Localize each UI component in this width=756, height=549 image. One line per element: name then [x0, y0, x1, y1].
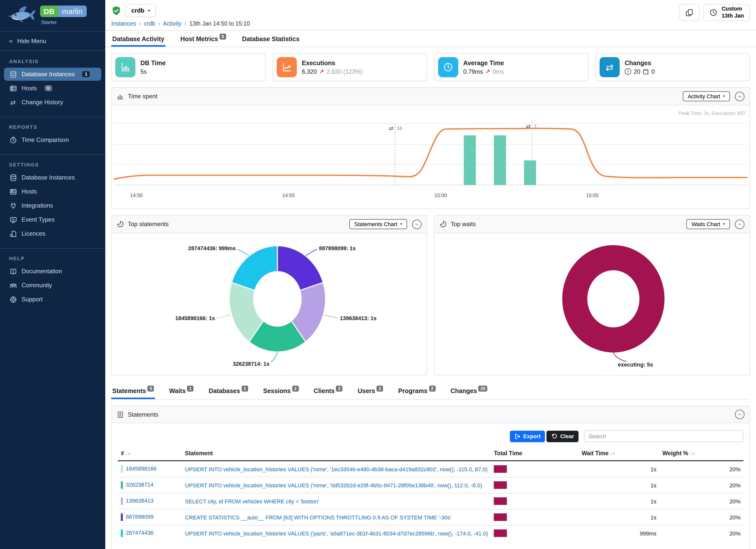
statements-list-icon	[117, 411, 124, 418]
tab-database-statistics[interactable]: Database Statistics	[241, 31, 301, 47]
change-marker-count[interactable]: 16	[397, 126, 402, 131]
count-badge: 1	[242, 386, 248, 392]
time-range-button[interactable]: Custom 13th Jan	[704, 4, 750, 21]
tab-programs[interactable]: Programs2	[397, 386, 436, 399]
detail-tabs: Statements5 Waits1 Databases1 Sessions2 …	[111, 386, 750, 400]
table-row: 326238714 UPSERT INTO vehicle_location_h…	[118, 477, 743, 493]
chart-type-select[interactable]: Waits Chart ▾	[687, 219, 730, 229]
statement-color-chip	[121, 465, 123, 473]
chart-type-select[interactable]: Activity Chart ▾	[683, 91, 730, 101]
donut-slice-287474436[interactable]	[232, 246, 277, 291]
sidebar-item-event-types[interactable]: Event Types	[0, 213, 105, 226]
statement-sql-link[interactable]: CREATE STATISTICS __auto__ FROM [63] WIT…	[185, 514, 451, 520]
sidebar-item-settings-hosts[interactable]: Hosts	[0, 185, 105, 198]
donut-slice-887898099[interactable]	[277, 246, 323, 291]
card-db-time[interactable]: DB Time 5s	[111, 53, 266, 81]
sidebar-item-integrations[interactable]: Integrations	[0, 199, 105, 212]
statement-id-link[interactable]: 887898099	[126, 514, 153, 520]
brand-logo: DB marlin	[40, 5, 86, 17]
sidebar-item-label: Licences	[22, 230, 45, 237]
tab-statements[interactable]: Statements5	[111, 386, 155, 399]
breadcrumb-activity[interactable]: Activity	[163, 21, 181, 27]
count-badge: 2	[429, 386, 435, 392]
time-range-date: 13th Jan	[722, 13, 744, 19]
executions-bar[interactable]	[494, 135, 506, 185]
chart-type-select[interactable]: Statements Chart ▾	[349, 219, 407, 229]
sidebar-item-settings-database-instances[interactable]: Database Instances	[0, 171, 105, 184]
tab-waits[interactable]: Waits1	[168, 386, 195, 399]
hide-menu-button[interactable]: « Hide Menu	[0, 32, 105, 51]
statement-sql-link[interactable]: SELECT city, id FROM vehicles WHERE city…	[185, 498, 319, 504]
card-title: Executions	[302, 59, 363, 66]
sidebar-item-database-instances[interactable]: Database Instances 1	[4, 68, 101, 81]
calendar-icon	[643, 68, 649, 74]
sidebar-item-change-history[interactable]: ⇄ Change History	[0, 96, 105, 109]
clear-button[interactable]: Clear	[547, 430, 579, 442]
sidebar-item-community[interactable]: Community	[0, 279, 105, 292]
col-header-total-time[interactable]: Total Time	[494, 450, 522, 456]
card-average-time[interactable]: Average Time 0.79ms ↗ 0ms	[434, 53, 589, 81]
sidebar-item-licences[interactable]: Licences	[0, 227, 105, 240]
statement-id-link[interactable]: 326238714	[126, 482, 153, 488]
statement-color-chip	[121, 481, 123, 489]
col-header-weight[interactable]: Weight %	[663, 450, 688, 456]
col-header-wait-time[interactable]: Wait Time	[582, 450, 608, 456]
tab-host-metrics[interactable]: Host Metrics0	[179, 31, 227, 47]
copy-link-button[interactable]	[680, 4, 700, 21]
slice-label: executing: 5s	[618, 361, 653, 368]
sidebar-item-hosts[interactable]: Hosts 0	[0, 82, 105, 95]
sort-icon[interactable]: ↓≡	[690, 451, 695, 456]
card-changes[interactable]: ⇄ Changes i 20 0	[596, 53, 750, 81]
executions-bar[interactable]	[464, 135, 476, 185]
breadcrumb: Instances › crdb › Activity › 13th Jan 1…	[111, 21, 250, 27]
licence-file-icon	[9, 230, 17, 238]
swap-arrows-icon: ⇄	[9, 98, 17, 106]
col-header-statement[interactable]: Statement	[185, 450, 213, 456]
sidebar-item-support[interactable]: Support	[0, 293, 105, 306]
export-button[interactable]: Export	[510, 430, 545, 442]
tab-label: Statements	[112, 388, 146, 395]
collapse-panel-button[interactable]: −	[735, 219, 744, 229]
people-icon	[9, 281, 17, 289]
instance-selector[interactable]: crdb ▾	[125, 4, 156, 17]
sidebar-item-documentation[interactable]: Documentation	[0, 265, 105, 278]
tab-database-activity[interactable]: Database Activity	[111, 31, 165, 47]
leader-line	[271, 352, 277, 362]
tab-sessions[interactable]: Sessions2	[262, 386, 300, 399]
logo[interactable]: DB marlin Starter	[0, 0, 105, 32]
breadcrumb-separator: ›	[184, 21, 186, 27]
breadcrumb-crdb[interactable]: crdb	[144, 21, 155, 27]
statement-sql-link[interactable]: UPSERT INTO vehicle_location_histories V…	[185, 466, 488, 472]
donut-slice-executing[interactable]	[575, 258, 652, 340]
sort-icon[interactable]: ↓≡	[126, 451, 131, 456]
tab-databases[interactable]: Databases1	[208, 386, 249, 399]
sort-icon[interactable]: ↑≡	[610, 451, 615, 456]
statement-id-link[interactable]: 287474436	[126, 530, 153, 536]
collapse-panel-button[interactable]: −	[735, 410, 744, 419]
pie-chart-icon	[117, 221, 124, 228]
collapse-panel-button[interactable]: −	[735, 91, 744, 101]
statement-sql-link[interactable]: UPSERT INTO vehicle_location_histories V…	[185, 530, 488, 536]
time-spent-chart[interactable]: Peak Time: 2s, Executions: 837 ⇄ 16 ⇄ 7	[112, 105, 749, 209]
wait-time-value: 1s	[579, 461, 659, 477]
tab-clients[interactable]: Clients2	[313, 386, 344, 399]
tab-changes[interactable]: Changes20	[449, 386, 489, 399]
clock-icon	[710, 9, 718, 17]
statements-panel: Statements − Export Clear	[111, 406, 750, 549]
count-badge: 5	[148, 386, 154, 392]
tab-label: Changes	[450, 388, 477, 395]
collapse-panel-button[interactable]: −	[412, 219, 422, 229]
tab-users[interactable]: Users2	[357, 386, 384, 399]
statement-id-link[interactable]: 139638413	[126, 498, 153, 504]
section-reports: REPORTS	[9, 124, 96, 130]
statement-id-link[interactable]: 1845898166	[126, 466, 156, 472]
executions-bar[interactable]	[524, 160, 536, 185]
statement-sql-link[interactable]: UPSERT INTO vehicle_location_histories V…	[185, 482, 482, 488]
breadcrumb-instances[interactable]: Instances	[111, 21, 136, 27]
col-header-id[interactable]: #	[121, 450, 124, 456]
changes-info-count: 20	[634, 68, 640, 75]
card-executions[interactable]: Executions 6,320 ↗ 2,830 (123%)	[273, 53, 427, 81]
search-input[interactable]	[584, 430, 743, 442]
tab-label: Host Metrics	[180, 36, 218, 43]
sidebar-item-time-comparison[interactable]: Time Comparison	[0, 133, 105, 146]
